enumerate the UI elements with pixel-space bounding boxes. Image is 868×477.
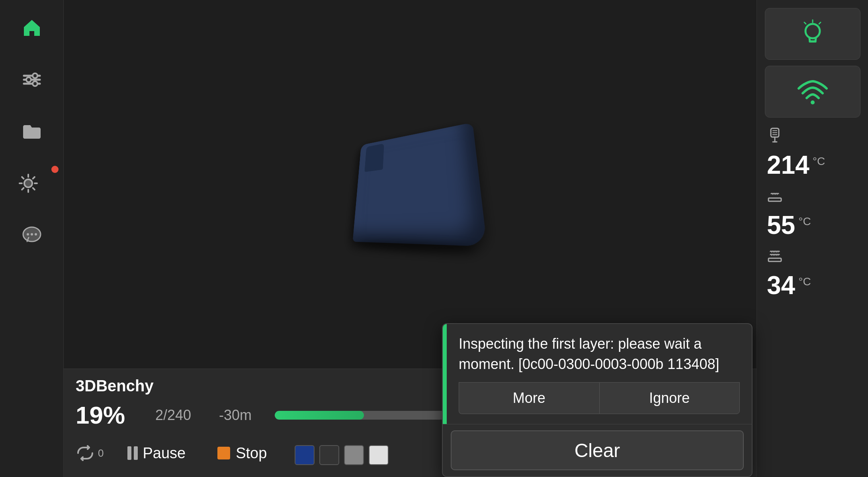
model-preview: [315, 101, 506, 268]
svg-point-4: [26, 77, 31, 82]
pause-label: Pause: [143, 445, 186, 462]
swatch-blue[interactable]: [295, 445, 315, 465]
chamber-temp-value: 34: [767, 271, 795, 300]
stop-label: Stop: [236, 445, 267, 462]
loop-section: 0: [76, 445, 104, 461]
nozzle-icon: [767, 128, 783, 146]
swatch-gray[interactable]: [344, 445, 364, 465]
pause-icon: [127, 446, 138, 460]
color-swatches: [291, 441, 393, 469]
progress-time: -30m: [219, 407, 259, 424]
svg-point-8: [27, 233, 29, 236]
bed-temp-section: 55 °C: [761, 184, 864, 244]
bed-icon: [767, 188, 783, 206]
notification-panel: Inspecting the first layer: please wait …: [442, 323, 753, 477]
swatch-white[interactable]: [369, 445, 389, 465]
chamber-temp-section: 34 °C: [761, 244, 864, 304]
progress-bar-fill: [275, 411, 364, 420]
bed-temp-value: 55: [767, 210, 795, 240]
svg-point-16: [811, 100, 815, 104]
sidebar: [0, 0, 64, 477]
svg-rect-21: [768, 198, 781, 201]
progress-percent: 19%: [76, 401, 139, 429]
sidebar-item-messages[interactable]: [16, 219, 48, 251]
3d-model: [353, 122, 487, 247]
sidebar-item-settings[interactable]: [16, 167, 48, 199]
sidebar-item-home[interactable]: [16, 12, 48, 44]
loop-count: 0: [98, 447, 104, 459]
notification-body: Inspecting the first layer: please wait …: [447, 324, 752, 424]
sidebar-item-tune[interactable]: [16, 64, 48, 96]
wifi-button[interactable]: [765, 66, 860, 118]
swatch-black[interactable]: [319, 445, 339, 465]
sidebar-item-files[interactable]: [16, 116, 48, 147]
screen: 3DBenchy 19% 2/240 -30m 0: [0, 0, 868, 477]
bed-icon-row: [767, 188, 858, 206]
progress-layers: 2/240: [155, 407, 203, 424]
notification-accent-bar: [443, 324, 447, 424]
notification-header: Inspecting the first layer: please wait …: [443, 324, 752, 424]
nozzle-temp-value: 214: [767, 150, 809, 180]
chamber-icon-row: [767, 248, 858, 267]
notification-actions: More Ignore: [459, 382, 740, 414]
svg-line-15: [804, 22, 806, 24]
stop-button[interactable]: Stop: [209, 441, 275, 466]
ignore-button[interactable]: Ignore: [599, 382, 740, 414]
right-panel: 214 °C 55 °C: [757, 0, 868, 477]
notification-message: Inspecting the first layer: please wait …: [459, 334, 740, 374]
svg-line-14: [819, 22, 821, 24]
nozzle-icon-row: [767, 128, 858, 146]
chamber-icon: [767, 248, 783, 267]
stop-icon: [217, 447, 230, 459]
svg-point-6: [24, 179, 32, 187]
nozzle-temp-unit: °C: [813, 155, 825, 168]
notification-dot: [51, 166, 59, 173]
svg-point-10: [35, 233, 37, 236]
bed-temp-unit: °C: [798, 215, 811, 228]
preview-area: [64, 0, 757, 369]
chamber-temp-unit: °C: [798, 275, 811, 288]
svg-point-3: [33, 73, 37, 78]
svg-point-5: [33, 81, 37, 86]
clear-button[interactable]: Clear: [451, 430, 744, 470]
pause-button[interactable]: Pause: [119, 441, 194, 466]
nozzle-temp-section: 214 °C: [761, 124, 864, 184]
svg-point-11: [805, 24, 820, 38]
more-button[interactable]: More: [459, 382, 599, 414]
light-button[interactable]: [765, 8, 860, 60]
svg-rect-22: [768, 258, 781, 261]
clear-row: Clear: [443, 424, 752, 476]
svg-point-9: [31, 233, 33, 236]
